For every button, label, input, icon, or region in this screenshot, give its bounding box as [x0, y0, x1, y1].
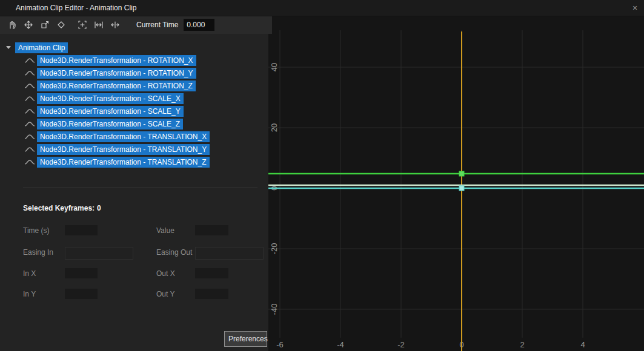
- tree-item-label: Node3D.RenderTransformation - TRANSLATIO…: [37, 157, 210, 168]
- fit-horizontal-icon[interactable]: [90, 17, 107, 33]
- tree-item[interactable]: Node3D.RenderTransformation - SCALE_X: [0, 92, 268, 105]
- animation-curve-icon: [24, 120, 35, 128]
- y-axis-tick-label: -40: [270, 304, 279, 315]
- animation-curve-icon: [24, 146, 35, 153]
- move-icon[interactable]: [20, 17, 36, 33]
- current-time-input[interactable]: 0.000: [184, 19, 214, 31]
- tree-item-label: Node3D.RenderTransformation - SCALE_X: [37, 93, 184, 104]
- y-axis-tick-label: 40: [270, 63, 279, 71]
- in-x-label: In X: [23, 269, 36, 278]
- time-input[interactable]: [65, 225, 98, 235]
- time-value-row: Time (s) Value: [0, 225, 268, 238]
- easing-in-input[interactable]: [65, 247, 133, 260]
- out-y-label: Out Y: [156, 290, 174, 298]
- tree-item-label: Node3D.RenderTransformation - ROTATION_Y: [37, 68, 196, 79]
- out-x-input[interactable]: [195, 268, 228, 278]
- tree-item[interactable]: Node3D.RenderTransformation - SCALE_Z: [0, 117, 268, 130]
- x-axis-tick-label: -4: [337, 340, 344, 349]
- frame-selection-icon[interactable]: [74, 17, 90, 33]
- fit-vertical-icon[interactable]: [107, 17, 123, 33]
- curve-green-keyframe-marker[interactable]: [459, 171, 464, 176]
- animation-clip-editor-window: Animation Clip Editor - Animation Clip ×…: [0, 0, 644, 351]
- value-label: Value: [156, 226, 174, 235]
- zoom-region-icon: [40, 20, 50, 30]
- x-axis-tick-label: 4: [580, 340, 585, 349]
- time-label: Time (s): [23, 226, 50, 235]
- easing-in-label: Easing In: [23, 248, 53, 257]
- y-axis-tick-label: 20: [270, 123, 279, 132]
- fit-vertical-icon: [110, 20, 120, 30]
- value-input[interactable]: [195, 225, 228, 235]
- animation-curve-icon: [24, 159, 35, 166]
- tree-item-label: Node3D.RenderTransformation - SCALE_Y: [37, 106, 184, 117]
- in-y-label: In Y: [23, 290, 36, 298]
- tree-item[interactable]: Node3D.RenderTransformation - ROTATION_Y: [0, 67, 268, 79]
- in-y-input[interactable]: [65, 289, 98, 299]
- animation-curve-icon: [24, 108, 35, 115]
- toolbar: Current Time 0.000: [0, 16, 272, 34]
- selected-keyframes-count: 0: [97, 204, 101, 212]
- keyframe-diamond-icon: [56, 20, 66, 30]
- graph-background: [268, 16, 644, 351]
- in-out-y-row: In Y Out Y: [0, 289, 268, 302]
- tree-children: Node3D.RenderTransformation - ROTATION_X…: [0, 54, 268, 168]
- close-icon[interactable]: ×: [629, 2, 640, 13]
- in-x-input[interactable]: [65, 268, 98, 278]
- current-time-label: Current Time: [136, 21, 178, 29]
- x-axis-tick-label: -2: [397, 340, 405, 349]
- window-title: Animation Clip Editor - Animation Clip: [16, 4, 136, 12]
- fit-horizontal-icon: [94, 20, 104, 30]
- x-axis-tick-label: -6: [276, 340, 284, 349]
- zoom-region-icon[interactable]: [36, 17, 53, 33]
- frame-selection-icon: [78, 20, 87, 30]
- panel-divider: [23, 188, 257, 188]
- tree-item[interactable]: Node3D.RenderTransformation - ROTATION_X: [0, 54, 268, 67]
- easing-out-label: Easing Out: [156, 248, 192, 257]
- left-panel: Animation Clip Node3D.RenderTransformati…: [0, 34, 268, 351]
- curve-editor-graph[interactable]: -6-4-202440200-20-40: [268, 16, 644, 351]
- tree-item-label: Node3D.RenderTransformation - TRANSLATIO…: [37, 131, 210, 142]
- tree-item[interactable]: Node3D.RenderTransformation - ROTATION_Z: [0, 79, 268, 92]
- y-axis-tick-label: -20: [270, 243, 279, 255]
- animation-curve-icon: [24, 133, 35, 140]
- tree-item-label: Node3D.RenderTransformation - ROTATION_X: [37, 55, 196, 66]
- pan-hand-icon: [7, 20, 17, 30]
- out-x-label: Out X: [156, 269, 175, 278]
- x-axis-tick-label: 2: [520, 340, 524, 349]
- pan-hand-icon[interactable]: [4, 17, 20, 33]
- animation-tree: Animation Clip Node3D.RenderTransformati…: [0, 41, 268, 168]
- move-icon: [24, 20, 33, 30]
- animation-curve-icon: [24, 82, 35, 90]
- animation-curve-icon: [24, 57, 35, 64]
- tree-item[interactable]: Node3D.RenderTransformation - SCALE_Y: [0, 105, 268, 117]
- selected-keyframes-line: Selected Keyframes:0: [23, 204, 104, 212]
- tree-item[interactable]: Node3D.RenderTransformation - TRANSLATIO…: [0, 130, 268, 143]
- tree-root-label: Animation Clip: [15, 42, 68, 53]
- animation-curve-icon: [24, 95, 35, 102]
- tree-item-label: Node3D.RenderTransformation - SCALE_Z: [37, 119, 183, 130]
- curve-teal-keyframe-marker[interactable]: [459, 186, 464, 191]
- tree-expand-caret-icon[interactable]: [6, 46, 11, 49]
- out-y-input[interactable]: [195, 289, 228, 299]
- tree-root-animation-clip[interactable]: Animation Clip: [0, 41, 268, 54]
- easing-row: Easing In Easing Out: [0, 247, 268, 260]
- in-out-x-row: In X Out X: [0, 268, 268, 281]
- tree-item-label: Node3D.RenderTransformation - ROTATION_Z: [37, 80, 196, 91]
- titlebar: Animation Clip Editor - Animation Clip ×: [0, 0, 644, 16]
- selected-keyframes-label: Selected Keyframes:: [23, 204, 95, 212]
- keyframe-diamond-icon[interactable]: [53, 17, 69, 33]
- tree-item[interactable]: Node3D.RenderTransformation - TRANSLATIO…: [0, 143, 268, 156]
- tree-item-label: Node3D.RenderTransformation - TRANSLATIO…: [37, 144, 210, 155]
- preferences-button[interactable]: Preferences: [224, 331, 267, 347]
- curve-editor-canvas[interactable]: -6-4-202440200-20-40: [268, 16, 644, 351]
- tree-item[interactable]: Node3D.RenderTransformation - TRANSLATIO…: [0, 156, 268, 168]
- easing-out-input[interactable]: [195, 247, 264, 260]
- animation-curve-icon: [24, 70, 35, 77]
